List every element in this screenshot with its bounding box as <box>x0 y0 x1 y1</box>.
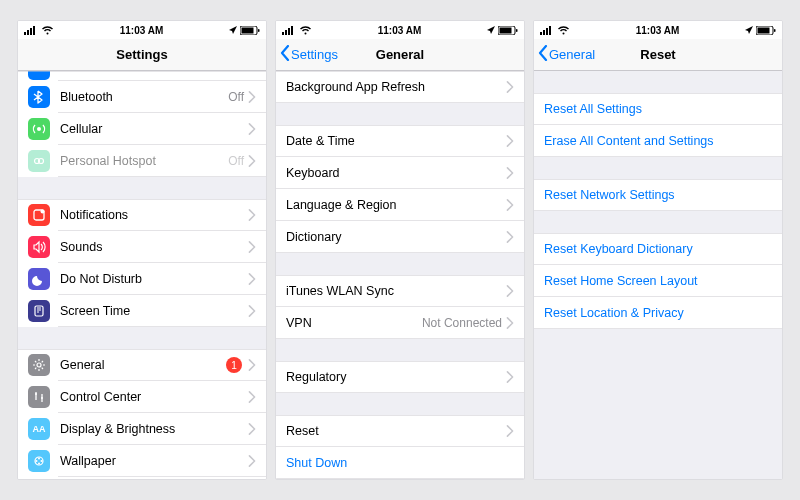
row-siri-search[interactable]: Siri & Search <box>18 477 266 479</box>
row-label: Control Center <box>60 390 248 404</box>
row-language-region[interactable]: Language & Region <box>276 189 524 221</box>
location-icon <box>487 26 495 34</box>
svg-rect-1 <box>27 30 29 35</box>
status-bar: 11:03 AM <box>534 21 782 39</box>
row-label: Date & Time <box>286 134 506 148</box>
wallpaper-icon <box>28 450 50 472</box>
chevron-right-icon <box>506 81 514 93</box>
chevron-right-icon <box>248 455 256 467</box>
row-control-center[interactable]: Control Center <box>18 381 266 413</box>
svg-point-20 <box>38 463 40 465</box>
row-reset-home-screen-layout[interactable]: Reset Home Screen Layout <box>534 265 782 297</box>
row-label: Dictionary <box>286 230 506 244</box>
back-button[interactable]: General <box>534 45 595 64</box>
badge: 1 <box>226 357 242 373</box>
row-reset-all-settings[interactable]: Reset All Settings <box>534 93 782 125</box>
back-button[interactable]: Settings <box>276 45 338 64</box>
row-label: Sounds <box>60 240 248 254</box>
chevron-right-icon <box>248 391 256 403</box>
general-screen: 11:03 AM Settings General Background App… <box>275 20 525 480</box>
chevron-right-icon <box>248 305 256 317</box>
row-reset-network-settings[interactable]: Reset Network Settings <box>534 179 782 211</box>
row-background-app-refresh[interactable]: Background App Refresh <box>276 71 524 103</box>
svg-rect-31 <box>543 30 545 35</box>
signal-icon <box>24 26 38 35</box>
svg-point-19 <box>41 460 43 462</box>
screen-time-icon <box>28 300 50 322</box>
chevron-right-icon <box>506 199 514 211</box>
status-time: 11:03 AM <box>120 25 164 36</box>
general-icon <box>28 354 50 376</box>
section-gap <box>276 393 524 415</box>
row-label: Reset Location & Privacy <box>544 306 772 320</box>
row-label: Reset All Settings <box>544 102 772 116</box>
reset-screen: 11:03 AM General Reset Reset All Setting… <box>533 20 783 480</box>
svg-rect-28 <box>499 27 511 33</box>
svg-rect-30 <box>540 32 542 35</box>
chevron-right-icon <box>506 167 514 179</box>
row-label: Do Not Disturb <box>60 272 248 286</box>
svg-rect-24 <box>285 30 287 35</box>
svg-point-13 <box>37 363 41 367</box>
status-bar: 11:03 AM <box>276 21 524 39</box>
row-cellular[interactable]: Cellular <box>18 113 266 145</box>
row-label: Shut Down <box>286 456 514 470</box>
row-label: General <box>60 358 226 372</box>
chevron-left-icon <box>538 45 549 64</box>
general-list: Background App RefreshDate & TimeKeyboar… <box>276 71 524 479</box>
row-itunes-wlan-sync[interactable]: iTunes WLAN Sync <box>276 275 524 307</box>
bluetooth-icon <box>28 86 50 108</box>
row-keyboard[interactable]: Keyboard <box>276 157 524 189</box>
svg-point-21 <box>36 460 38 462</box>
section-gap <box>276 339 524 361</box>
nav-bar: Settings General <box>276 39 524 71</box>
section-gap <box>18 177 266 199</box>
svg-rect-2 <box>30 28 32 35</box>
row-regulatory[interactable]: Regulatory <box>276 361 524 393</box>
chevron-right-icon <box>248 273 256 285</box>
svg-rect-33 <box>549 26 551 35</box>
back-label: Settings <box>291 47 338 62</box>
chevron-right-icon <box>506 135 514 147</box>
status-bar: 11:03 AM <box>18 21 266 39</box>
row-reset-location-privacy[interactable]: Reset Location & Privacy <box>534 297 782 329</box>
row-reset-keyboard-dictionary[interactable]: Reset Keyboard Dictionary <box>534 233 782 265</box>
row-erase-all-content-and-settings[interactable]: Erase All Content and Settings <box>534 125 782 157</box>
row-sounds[interactable]: Sounds <box>18 231 266 263</box>
row-display-brightness[interactable]: AADisplay & Brightness <box>18 413 266 445</box>
svg-rect-36 <box>774 29 776 32</box>
svg-rect-32 <box>546 28 548 35</box>
wifi-icon <box>299 26 312 35</box>
status-time: 11:03 AM <box>378 25 422 36</box>
notifications-icon <box>28 204 50 226</box>
row-wallpaper[interactable]: Wallpaper <box>18 445 266 477</box>
battery-icon <box>756 26 776 35</box>
row-vpn[interactable]: VPNNot Connected <box>276 307 524 339</box>
row-label: Cellular <box>60 122 248 136</box>
row-general[interactable]: General1 <box>18 349 266 381</box>
row-notifications[interactable]: Notifications <box>18 199 266 231</box>
chevron-right-icon <box>506 231 514 243</box>
hotspot-icon <box>28 150 50 172</box>
wifi-icon <box>557 26 570 35</box>
svg-point-11 <box>41 210 45 214</box>
row-reset[interactable]: Reset <box>276 415 524 447</box>
row-dictionary[interactable]: Dictionary <box>276 221 524 253</box>
sounds-icon <box>28 236 50 258</box>
section-gap <box>18 327 266 349</box>
cellular-icon <box>28 118 50 140</box>
row-bluetooth[interactable]: BluetoothOff <box>18 81 266 113</box>
row-shut-down[interactable]: Shut Down <box>276 447 524 479</box>
row-screen-time[interactable]: Screen Time <box>18 295 266 327</box>
chevron-right-icon <box>506 425 514 437</box>
row-do-not-disturb[interactable]: Do Not Disturb <box>18 263 266 295</box>
location-icon <box>745 26 753 34</box>
row-label: Personal Hotspot <box>60 154 228 168</box>
chevron-right-icon <box>248 155 256 167</box>
row-date-time[interactable]: Date & Time <box>276 125 524 157</box>
chevron-left-icon <box>280 45 291 64</box>
svg-rect-5 <box>241 27 253 33</box>
row-label: Display & Brightness <box>60 422 248 436</box>
row-label: VPN <box>286 316 422 330</box>
control-center-icon <box>28 386 50 408</box>
